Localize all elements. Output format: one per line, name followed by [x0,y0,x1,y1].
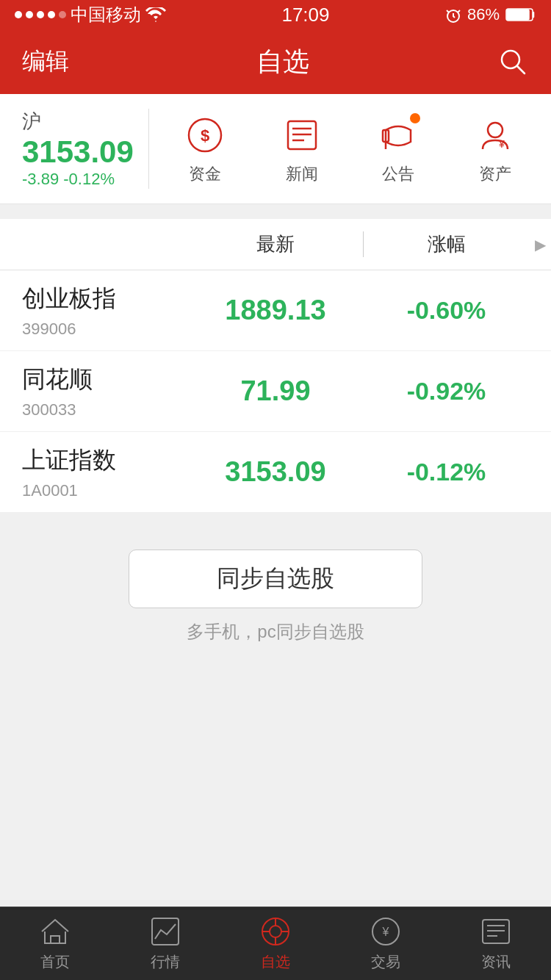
status-left: 中国移动 [15,3,166,26]
table-row[interactable]: 上证指数 1A0001 3153.09 -0.12% [0,432,551,513]
sync-button[interactable]: 同步自选股 [129,550,422,608]
status-right: 86% [445,5,536,24]
stock-info-2: 上证指数 1A0001 [0,444,187,500]
alarm-icon [445,7,461,23]
nav-label-watchlist: 自选 [261,952,290,972]
svg-text:¥: ¥ [498,138,505,150]
stock-price-2: 3153.09 [187,456,364,488]
col-latest-header: 最新 [187,231,364,257]
carrier-label: 中国移动 [71,3,141,26]
quick-icon-news[interactable]: 新闻 [280,113,324,185]
market-change: -3.89 -0.12% [22,170,134,189]
nav-item-home[interactable]: 首页 [39,915,71,972]
nav-label-trade: 交易 [371,952,400,972]
battery-label: 86% [467,5,500,24]
col-arrow[interactable]: ▶ [529,236,551,253]
quick-bar: 沪 3153.09 -3.89 -0.12% $ 资金 [0,94,551,204]
page-title: 自选 [256,44,309,80]
svg-text:$: $ [201,126,209,145]
stock-name-2: 上证指数 [22,444,187,477]
market-index[interactable]: 沪 3153.09 -3.89 -0.12% [0,109,149,189]
table-row[interactable]: 同花顺 300033 71.99 -0.92% [0,351,551,432]
stock-change-0: -0.60% [364,296,529,325]
bottom-nav: 首页 行情 自选 ¥ 交易 资讯 [0,907,551,980]
wifi-icon [145,7,166,22]
stock-code-2: 1A0001 [22,481,187,500]
quick-icons: $ 资金 新闻 [149,113,551,185]
col-change-header: 涨幅 [364,231,529,257]
search-icon[interactable] [497,46,529,78]
stock-info-0: 创业板指 399006 [0,283,187,339]
stock-change-2: -0.12% [364,458,529,486]
svg-rect-14 [51,936,60,943]
nav-item-market[interactable]: 行情 [149,915,181,972]
quick-icon-funds[interactable]: $ 资金 [183,113,227,185]
nav-item-watchlist[interactable]: 自选 [259,915,292,972]
stock-change-1: -0.92% [364,377,529,406]
stock-price-0: 1889.13 [187,295,364,326]
quick-icon-announcement[interactable]: 公告 [376,113,420,185]
assets-label: 资产 [479,163,511,185]
column-headers: 最新 涨幅 ▶ [0,219,551,270]
nav-label-market: 行情 [151,952,180,972]
announcement-label: 公告 [382,163,414,185]
stock-code-1: 300033 [22,400,187,419]
nav-label-newsinfo: 资讯 [481,952,511,972]
quick-icon-assets[interactable]: ¥ 资产 [473,113,517,185]
stock-price-1: 71.99 [187,375,364,407]
stock-info-1: 同花顺 300033 [0,364,187,419]
sync-desc: 多手机，pc同步自选股 [187,620,364,644]
svg-text:¥: ¥ [382,926,389,938]
stock-name-0: 创业板指 [22,283,187,315]
edit-button[interactable]: 编辑 [22,46,69,78]
status-time: 17:09 [281,4,329,26]
announcement-badge [410,113,420,123]
market-label: 沪 [22,109,41,134]
header: 编辑 自选 [0,29,551,94]
svg-rect-15 [152,918,179,945]
svg-point-17 [270,926,281,937]
svg-point-12 [488,123,503,137]
signal-dots [15,11,66,18]
stock-list: 创业板指 399006 1889.13 -0.60% 同花顺 300033 71… [0,270,551,513]
status-bar: 中国移动 17:09 86% [0,0,551,29]
stock-code-0: 399006 [22,320,187,339]
battery-icon [505,7,536,22]
nav-item-trade[interactable]: ¥ 交易 [370,915,402,972]
funds-label: 资金 [189,163,221,185]
sync-section: 同步自选股 多手机，pc同步自选股 [0,513,551,658]
table-row[interactable]: 创业板指 399006 1889.13 -0.60% [0,270,551,351]
nav-item-newsinfo[interactable]: 资讯 [480,915,512,972]
nav-label-home: 首页 [40,952,70,972]
stock-name-1: 同花顺 [22,364,187,396]
svg-rect-2 [507,10,529,20]
news-label: 新闻 [286,163,318,185]
market-value: 3153.09 [22,134,134,170]
